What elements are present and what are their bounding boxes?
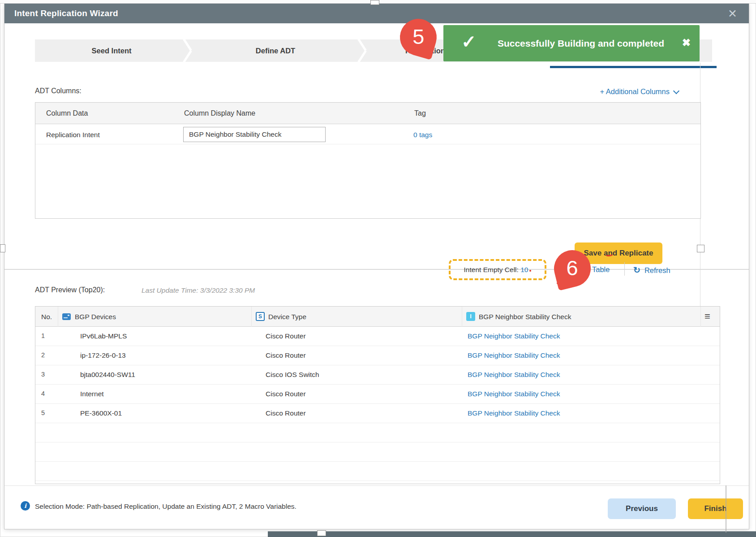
intent-column-header: BGP Neighbor Stability Check bbox=[479, 307, 571, 327]
row-number: 2 bbox=[41, 351, 45, 359]
toast-close-icon[interactable]: ✖ bbox=[682, 37, 691, 49]
adt-columns-table-header: Column Data Column Display Name Tag bbox=[35, 103, 700, 124]
active-step-underline bbox=[550, 66, 717, 68]
device-type: Cisco IOS Switch bbox=[266, 371, 319, 379]
row-number: 3 bbox=[41, 371, 45, 378]
adt-preview-label: ADT Preview (Top20): bbox=[35, 286, 105, 294]
string-type-icon: S bbox=[256, 312, 265, 321]
bgp-devices-header: BGP Devices bbox=[75, 307, 116, 327]
last-update-time: Last Update Time: 3/3/2022 3:30 PM bbox=[142, 286, 255, 294]
adt-columns-label: ADT Columns: bbox=[35, 87, 82, 95]
adt-columns-table: Column Data Column Display Name Tag Repl… bbox=[35, 102, 701, 219]
dialog-title: Intent Replication Wizard bbox=[14, 4, 118, 23]
selection-handle bbox=[370, 0, 379, 5]
hamburger-menu-icon[interactable]: ≡ bbox=[704, 307, 710, 326]
toolbar-separator bbox=[624, 262, 625, 276]
table-row[interactable]: 4 Internet Cisco Router BGP Neighbor Sta… bbox=[35, 385, 720, 404]
device-name: PE-3600X-01 bbox=[80, 409, 122, 417]
close-icon[interactable]: ✕ bbox=[728, 7, 737, 20]
preview-table-header: No. BGP Devices S Device Type I BGP Neig… bbox=[35, 307, 720, 327]
finish-button[interactable]: Finish bbox=[688, 498, 743, 519]
device-type: Cisco Router bbox=[266, 409, 306, 417]
additional-columns-link[interactable]: + Additional Columns bbox=[582, 87, 679, 96]
table-row-empty bbox=[35, 462, 720, 481]
selection-mode-text: Selection Mode: Path-based Replication, … bbox=[35, 502, 296, 511]
annotation-mark bbox=[529, 270, 531, 272]
refresh-label: Refresh bbox=[644, 266, 670, 274]
callout-6-number: 6 bbox=[554, 256, 591, 280]
column-data-header: Column Data bbox=[46, 103, 88, 124]
column-data-value: Replication Intent bbox=[46, 131, 100, 139]
column-display-name-header: Column Display Name bbox=[184, 103, 255, 124]
table-row[interactable]: 2 ip-172-26-0-13 Cisco Router BGP Neighb… bbox=[35, 346, 720, 365]
table-row[interactable]: 1 IPv6Lab-MPLS Cisco Router BGP Neighbor… bbox=[35, 327, 720, 346]
callout-5-number: 5 bbox=[400, 24, 437, 49]
step-define-adt[interactable]: Define ADT bbox=[188, 39, 363, 62]
device-name: bjta002440-SW11 bbox=[80, 371, 135, 379]
dialog-titlebar: Intent Replication Wizard ✕ bbox=[4, 4, 749, 23]
intent-link[interactable]: BGP Neighbor Stability Check bbox=[468, 390, 560, 398]
check-icon: ✓ bbox=[461, 31, 477, 52]
toast-message: Successfully Building and completed bbox=[488, 25, 674, 61]
device-name: ip-172-26-0-13 bbox=[80, 351, 126, 359]
table-row[interactable]: 3 bjta002440-SW11 Cisco IOS Switch BGP N… bbox=[35, 365, 720, 385]
device-type: Cisco Router bbox=[266, 332, 306, 340]
table-row[interactable]: 5 PE-3600X-01 Cisco Router BGP Neighbor … bbox=[35, 404, 720, 423]
device-name: IPv6Lab-MPLS bbox=[80, 332, 127, 340]
intent-empty-cell-label: Intent Empty Cell: bbox=[464, 266, 519, 273]
selection-handle bbox=[317, 530, 326, 536]
no-header: No. bbox=[41, 307, 52, 327]
intent-link[interactable]: BGP Neighbor Stability Check bbox=[468, 332, 560, 340]
tag-header: Tag bbox=[414, 103, 426, 124]
chevron-down-icon bbox=[673, 88, 679, 94]
row-number: 1 bbox=[41, 332, 45, 339]
table-row-empty bbox=[35, 442, 720, 462]
info-icon: i bbox=[21, 501, 30, 511]
previous-button[interactable]: Previous bbox=[608, 498, 676, 519]
background-window-bar bbox=[268, 531, 756, 537]
screenshot-page: Intent Replication Wizard ✕ Seed Intent … bbox=[0, 0, 756, 537]
refresh-icon: ↻ bbox=[633, 265, 640, 275]
selection-handle bbox=[697, 245, 704, 252]
tags-link[interactable]: 0 tags bbox=[413, 131, 432, 139]
window-edge-line bbox=[726, 485, 726, 533]
bgp-devices-icon bbox=[62, 313, 71, 320]
intent-replication-wizard-dialog: Intent Replication Wizard ✕ Seed Intent … bbox=[4, 4, 749, 529]
row-number: 5 bbox=[41, 409, 45, 416]
refresh-link[interactable]: ↻Refresh bbox=[633, 265, 670, 275]
intent-empty-cell-text: Intent Empty Cell: 10 bbox=[451, 261, 545, 278]
adt-preview-table: No. BGP Devices S Device Type I BGP Neig… bbox=[35, 306, 720, 484]
intent-empty-cell-value[interactable]: 10 bbox=[520, 266, 528, 273]
table-row-empty bbox=[35, 423, 720, 442]
device-name: Internet bbox=[80, 390, 104, 398]
device-type: Cisco Router bbox=[266, 351, 306, 359]
display-name-input[interactable] bbox=[183, 127, 326, 142]
intent-link[interactable]: BGP Neighbor Stability Check bbox=[468, 371, 560, 379]
step-seed-intent[interactable]: Seed Intent bbox=[35, 39, 188, 62]
success-toast: ✓ Successfully Building and completed ✖ bbox=[443, 25, 700, 61]
selection-handle bbox=[0, 244, 5, 252]
table-view-link[interactable]: Table bbox=[592, 265, 610, 274]
device-type-header: Device Type bbox=[268, 307, 306, 327]
additional-columns-label: + Additional Columns bbox=[600, 87, 670, 95]
step-label: Seed Intent bbox=[92, 39, 132, 62]
row-number: 4 bbox=[41, 390, 45, 397]
footer-divider bbox=[4, 485, 749, 486]
device-type: Cisco Router bbox=[266, 390, 306, 398]
step-label: Define ADT bbox=[256, 39, 295, 62]
intent-empty-cell-highlight: Intent Empty Cell: 10 bbox=[449, 259, 546, 280]
intent-link[interactable]: BGP Neighbor Stability Check bbox=[468, 351, 560, 359]
row-divider bbox=[35, 144, 700, 144]
intent-link[interactable]: BGP Neighbor Stability Check bbox=[468, 409, 560, 417]
intent-type-icon: I bbox=[466, 312, 475, 321]
